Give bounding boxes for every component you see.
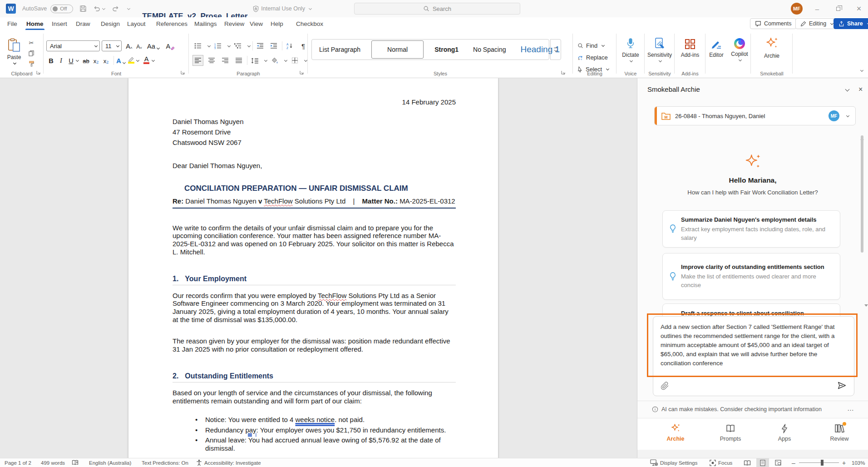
font-family-select[interactable]: Arial	[46, 40, 100, 51]
tab-view[interactable]: View	[248, 17, 265, 30]
scroll-down-icon[interactable]	[864, 304, 868, 307]
sensitivity-badge[interactable]: Internal Use Only	[253, 5, 312, 12]
copilot-button[interactable]: Copilot	[728, 38, 751, 62]
page-indicator[interactable]: Page 1 of 2	[5, 458, 31, 467]
editing-mode-button[interactable]: Editing	[795, 18, 838, 29]
style-list-paragraph[interactable]: List Paragraph	[312, 40, 368, 59]
change-case-button[interactable]: Aa	[147, 40, 160, 51]
tab-checkbox[interactable]: Checkbox	[294, 17, 325, 30]
archie-button[interactable]: Archie	[751, 36, 793, 59]
decrease-indent-button[interactable]	[255, 40, 266, 51]
nav-prompts[interactable]: Prompts	[712, 423, 749, 442]
align-right-button[interactable]	[220, 55, 231, 66]
strikethrough-button[interactable]: ab	[81, 55, 91, 66]
zoom-in-button[interactable]: +	[842, 458, 846, 467]
comments-button[interactable]: Comments	[750, 18, 796, 29]
justify-button[interactable]	[233, 55, 244, 66]
nav-review[interactable]: Review	[821, 423, 858, 442]
tab-draw[interactable]: Draw	[74, 17, 92, 30]
chat-input-text[interactable]: Add a new section after Section 7 called…	[661, 323, 847, 368]
display-settings-button[interactable]: Display Settings	[650, 458, 697, 467]
print-layout-button[interactable]	[756, 458, 769, 467]
zoom-slider-thumb[interactable]	[821, 460, 824, 466]
accessibility-status[interactable]: Accessibility: Investigate	[196, 458, 261, 467]
borders-button[interactable]	[289, 55, 300, 66]
read-mode-button[interactable]	[741, 458, 754, 467]
scrollbar-thumb[interactable]	[861, 135, 863, 253]
styles-gallery-more-button[interactable]	[550, 39, 561, 60]
copy-icon[interactable]	[26, 49, 36, 58]
tab-insert[interactable]: Insert	[50, 17, 69, 30]
word-count[interactable]: 499 words	[41, 458, 65, 467]
font-size-select[interactable]: 11	[102, 40, 122, 51]
proofing-status-icon[interactable]	[72, 458, 79, 467]
subscript-button[interactable]: x2	[91, 55, 101, 66]
find-button[interactable]: Find	[577, 40, 605, 51]
superscript-button[interactable]: x2	[101, 55, 111, 66]
addins-button[interactable]: Add-ins	[675, 38, 705, 58]
send-icon[interactable]	[837, 381, 847, 390]
more-options-icon[interactable]: …	[847, 404, 854, 412]
dictate-button[interactable]: Dictate	[616, 37, 645, 63]
matter-selector[interactable]: M 26-0848 - Thomas Nguyen, Daniel MF	[654, 106, 856, 125]
style-no-spacing[interactable]: No Spacing	[466, 40, 513, 59]
save-icon[interactable]	[79, 5, 87, 12]
suggestion-card-1[interactable]: Summarize Daniel Nguyen's employment det…	[662, 210, 840, 248]
user-avatar[interactable]: MF	[791, 3, 803, 15]
style-normal-selected[interactable]: Normal	[371, 40, 424, 59]
close-button[interactable]: ×	[850, 0, 868, 17]
italic-button[interactable]: I	[56, 55, 66, 66]
quick-access-more-icon[interactable]	[126, 7, 130, 10]
align-left-button[interactable]	[192, 55, 203, 66]
tab-layout[interactable]: Layout	[125, 17, 148, 30]
zoom-level[interactable]: 103%	[852, 458, 865, 467]
tab-references[interactable]: References	[154, 17, 189, 30]
minimize-button[interactable]: –	[808, 0, 826, 17]
align-center-button[interactable]	[206, 55, 217, 66]
autosave-toggle[interactable]: Off	[50, 5, 73, 13]
highlight-button[interactable]	[126, 55, 136, 66]
font-dialog-launcher[interactable]	[181, 70, 186, 76]
tab-help[interactable]: Help	[269, 17, 285, 30]
clipboard-dialog-launcher[interactable]	[36, 70, 42, 76]
share-button[interactable]: Share	[833, 18, 868, 29]
word-logo-icon[interactable]: W	[6, 4, 16, 14]
replace-button[interactable]: bcReplace	[577, 52, 608, 63]
panel-close-icon[interactable]: ×	[858, 85, 863, 94]
line-spacing-button[interactable]	[249, 55, 260, 66]
zoom-slider-track[interactable]	[799, 462, 839, 463]
suggestion-card-2[interactable]: Improve clarity of outstanding entitleme…	[662, 253, 840, 300]
style-strong1[interactable]: Strong1	[427, 40, 466, 59]
tab-mailings[interactable]: Mailings	[192, 17, 219, 30]
undo-icon[interactable]	[93, 5, 105, 12]
grow-font-button[interactable]: A˄	[124, 40, 134, 51]
sensitivity-button[interactable]: Sensitivity	[645, 37, 675, 63]
shading-button[interactable]	[269, 55, 280, 66]
text-predictions[interactable]: Text Predictions: On	[142, 458, 188, 467]
zoom-out-button[interactable]: –	[792, 458, 795, 467]
cut-icon[interactable]: ✂	[26, 38, 36, 47]
nav-archie[interactable]: Archie	[657, 423, 694, 442]
paste-button[interactable]: Paste	[4, 38, 25, 70]
tab-file[interactable]: File	[5, 17, 19, 30]
document-page[interactable]: 14 February 2025 Daniel Thomas Nguyen 47…	[128, 78, 498, 458]
tab-home[interactable]: Home	[25, 17, 45, 30]
attach-icon[interactable]	[661, 382, 669, 390]
shrink-font-button[interactable]: A˅	[134, 40, 144, 51]
focus-button[interactable]: Focus	[710, 458, 732, 467]
nav-apps[interactable]: Apps	[766, 423, 803, 442]
bold-button[interactable]: B	[46, 55, 56, 66]
format-painter-icon[interactable]	[26, 59, 36, 68]
multilevel-list-button[interactable]	[232, 40, 243, 51]
increase-indent-button[interactable]	[268, 40, 279, 51]
collapse-ribbon-icon[interactable]	[859, 66, 863, 74]
bullet-list-button[interactable]	[192, 40, 203, 51]
search-input[interactable]: Search	[354, 3, 520, 15]
underline-button[interactable]: U	[66, 55, 76, 66]
web-layout-button[interactable]	[772, 458, 784, 467]
clear-formatting-button[interactable]: A	[166, 40, 175, 51]
styles-dialog-launcher[interactable]	[561, 70, 567, 76]
font-color-button[interactable]: A	[142, 55, 151, 66]
chat-input[interactable]: Add a new section after Section 7 called…	[653, 316, 854, 396]
restore-button[interactable]	[829, 0, 847, 17]
